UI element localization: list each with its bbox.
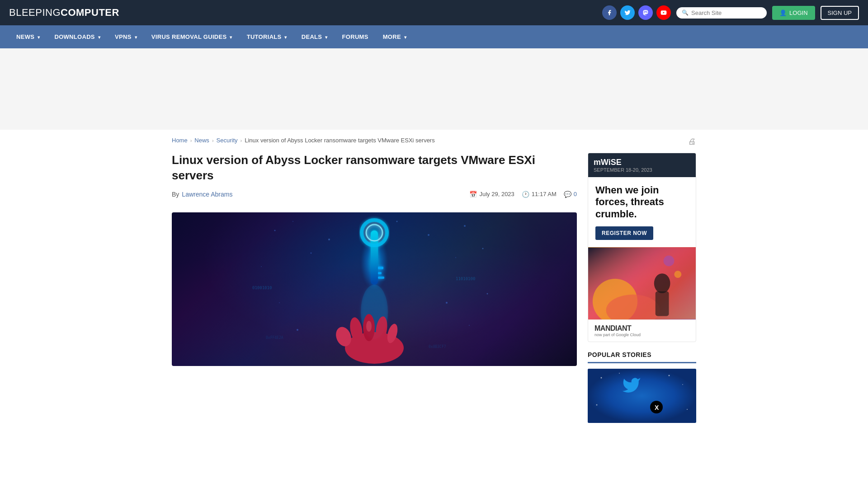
svg-point-4	[311, 252, 312, 253]
svg-rect-41	[588, 369, 696, 423]
mwise-logo: mWiSE	[594, 158, 652, 167]
mandiant-sub: now part of Google Cloud	[594, 333, 641, 337]
svg-text:X: X	[655, 404, 659, 411]
svg-point-42	[601, 377, 602, 379]
main-layout: Linux version of Abyss Locker ransomware…	[172, 149, 696, 423]
signup-label: SIGN UP	[828, 9, 852, 16]
ad-logo: mWiSE SEPTEMBER 18-20, 2023	[594, 158, 652, 173]
article: Linux version of Abyss Locker ransomware…	[172, 153, 577, 423]
comment-count[interactable]: 0	[574, 191, 577, 197]
calendar-icon: 📅	[469, 191, 477, 198]
downloads-dropdown-arrow: ▾	[98, 35, 100, 40]
svg-rect-40	[656, 291, 669, 316]
article-time: 11:17 AM	[532, 191, 557, 197]
twitter-icon[interactable]	[620, 5, 635, 20]
hero-image-content: 01001010 11010100 0xFF4E2A 0x8B3CF7	[172, 212, 577, 366]
svg-point-39	[654, 273, 670, 293]
ad-card-footer: MANDIANT now part of Google Cloud	[588, 319, 696, 342]
comment-meta: 💬 0	[564, 191, 577, 198]
login-label: LOGIN	[789, 9, 807, 16]
logo-plain: BLEEPING	[9, 7, 61, 18]
article-hero-image: 01001010 11010100 0xFF4E2A 0x8B3CF7	[172, 212, 577, 366]
social-icons	[602, 5, 671, 20]
popular-stories-title: POPULAR STORIES	[588, 351, 696, 363]
breadcrumb-home[interactable]: Home	[172, 137, 188, 144]
header-right: 🔍 👤 LOGIN SIGN UP	[602, 5, 859, 20]
site-logo[interactable]: BLEEPINGCOMPUTER	[9, 7, 119, 19]
svg-point-8	[455, 257, 456, 258]
banner-ad	[0, 48, 868, 130]
by-label: By	[172, 191, 179, 198]
breadcrumb-current: Linux version of Abyss Locker ransomware…	[245, 137, 435, 144]
svg-point-13	[487, 293, 488, 294]
author-link[interactable]: Lawrence Abrams	[182, 191, 232, 198]
svg-point-2	[292, 221, 293, 222]
article-meta: By Lawrence Abrams 📅 July 29, 2023 🕐 11:…	[172, 191, 577, 203]
nav-forums[interactable]: FORUMS	[335, 25, 376, 48]
signup-button[interactable]: SIGN UP	[821, 6, 859, 20]
svg-point-14	[469, 325, 470, 326]
comment-icon: 💬	[564, 191, 571, 198]
svg-point-43	[619, 373, 620, 374]
deals-dropdown-arrow: ▾	[325, 35, 327, 40]
svg-point-45	[682, 384, 683, 385]
facebook-icon[interactable]	[602, 5, 617, 20]
svg-text:11010100: 11010100	[456, 277, 475, 281]
article-title: Linux version of Abyss Locker ransomware…	[172, 153, 577, 183]
breadcrumb-sep-2: ›	[212, 138, 214, 143]
search-bar: 🔍	[676, 7, 767, 19]
content-wrapper: Home › News › Security › Linux version o…	[163, 130, 705, 423]
ad-event-date: SEPTEMBER 18-20, 2023	[594, 167, 652, 173]
svg-point-37	[664, 256, 675, 267]
youtube-icon[interactable]	[656, 5, 671, 20]
sidebar: mWiSE SEPTEMBER 18-20, 2023 When we join…	[588, 153, 696, 423]
print-icon[interactable]: 🖨	[688, 137, 696, 146]
popular-story-image[interactable]: X	[588, 369, 696, 423]
mandiant-logo: MANDIANT	[594, 324, 631, 332]
search-input[interactable]	[691, 9, 761, 16]
svg-point-5	[261, 266, 262, 267]
svg-point-38	[674, 271, 681, 278]
ad-tagline: When we join forces, threats crumble.	[595, 184, 689, 220]
nav-more[interactable]: MORE ▾	[376, 25, 414, 48]
svg-point-15	[446, 302, 448, 304]
svg-point-1	[274, 230, 276, 231]
nav-tutorials[interactable]: TUTORIALS ▾	[240, 25, 294, 48]
news-dropdown-arrow: ▾	[38, 35, 40, 40]
clock-icon: 🕐	[522, 191, 529, 198]
author-section: By Lawrence Abrams	[172, 191, 232, 198]
svg-point-18	[366, 225, 382, 241]
search-icon: 🔍	[682, 9, 689, 16]
breadcrumb-news[interactable]: News	[194, 137, 209, 144]
sidebar-ad-card: mWiSE SEPTEMBER 18-20, 2023 When we join…	[588, 153, 696, 342]
date-meta: 📅 July 29, 2023	[469, 191, 514, 198]
svg-rect-19	[378, 267, 383, 269]
svg-point-9	[428, 234, 429, 236]
breadcrumb-security[interactable]: Security	[217, 137, 238, 144]
ad-register-button[interactable]: REGISTER NOW	[595, 226, 653, 240]
ad-card-header: mWiSE SEPTEMBER 18-20, 2023	[588, 153, 696, 177]
nav-vpns[interactable]: VPNS ▾	[108, 25, 144, 48]
login-button[interactable]: 👤 LOGIN	[772, 6, 815, 20]
nav-news[interactable]: NEWS ▾	[9, 25, 47, 48]
nav-downloads[interactable]: DOWNLOADS ▾	[47, 25, 108, 48]
mastodon-icon[interactable]	[638, 5, 653, 20]
svg-point-12	[297, 329, 298, 331]
vpns-dropdown-arrow: ▾	[135, 35, 137, 40]
nav-virus-removal-guides[interactable]: VIRUS REMOVAL GUIDES ▾	[144, 25, 240, 48]
logo-bold: COMPUTER	[61, 7, 119, 18]
svg-rect-21	[378, 277, 384, 279]
svg-point-6	[464, 225, 466, 227]
ad-card-body: When we join forces, threats crumble. RE…	[588, 177, 696, 247]
breadcrumb: Home › News › Security › Linux version o…	[172, 130, 435, 149]
svg-rect-20	[378, 272, 382, 274]
svg-point-11	[279, 302, 280, 303]
hero-svg: 01001010 11010100 0xFF4E2A 0x8B3CF7	[172, 212, 577, 366]
meta-right: 📅 July 29, 2023 🕐 11:17 AM 💬 0	[469, 191, 577, 198]
mandiant-brand: MANDIANT now part of Google Cloud	[594, 324, 641, 337]
user-icon: 👤	[779, 9, 787, 16]
nav-deals[interactable]: DEALS ▾	[294, 25, 335, 48]
ad-card-image	[588, 247, 696, 319]
svg-point-47	[687, 409, 688, 410]
svg-point-3	[328, 239, 330, 240]
